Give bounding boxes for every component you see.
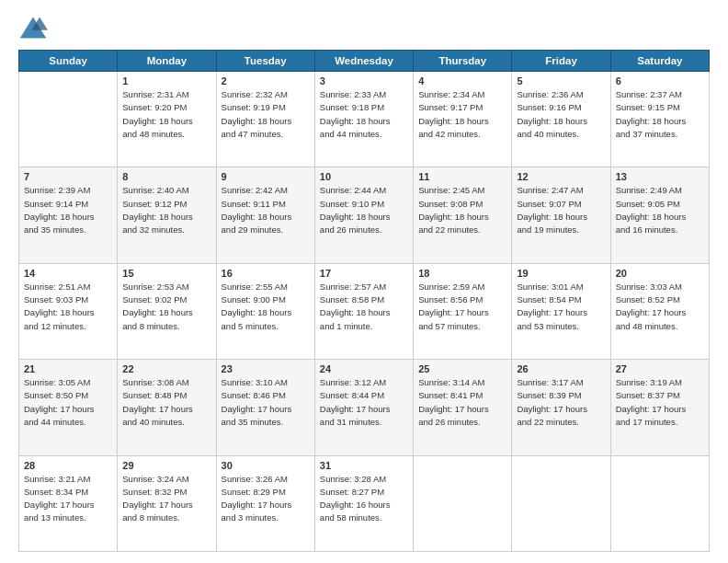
day-number: 22 — [122, 363, 210, 374]
logo-icon — [18, 15, 48, 40]
day-info: Sunrise: 3:08 AM Sunset: 8:48 PM Dayligh… — [122, 376, 210, 429]
day-number: 25 — [418, 363, 506, 374]
page: SundayMondayTuesdayWednesdayThursdayFrid… — [0, 0, 728, 563]
day-info: Sunrise: 3:10 AM Sunset: 8:46 PM Dayligh… — [222, 376, 310, 429]
day-number: 9 — [222, 171, 310, 182]
calendar-cell: 18Sunrise: 2:59 AM Sunset: 8:56 PM Dayli… — [414, 263, 512, 359]
calendar-cell: 13Sunrise: 2:49 AM Sunset: 9:05 PM Dayli… — [610, 167, 709, 263]
header-day-tuesday: Tuesday — [216, 51, 314, 72]
day-info: Sunrise: 3:01 AM Sunset: 8:54 PM Dayligh… — [517, 281, 605, 333]
calendar-cell: 25Sunrise: 3:14 AM Sunset: 8:41 PM Dayli… — [414, 360, 512, 455]
day-info: Sunrise: 3:05 AM Sunset: 8:50 PM Dayligh… — [24, 376, 112, 429]
header — [18, 15, 710, 40]
calendar-cell: 16Sunrise: 2:55 AM Sunset: 9:00 PM Dayli… — [216, 263, 314, 359]
calendar-week-2: 7Sunrise: 2:39 AM Sunset: 9:14 PM Daylig… — [19, 167, 710, 263]
day-number: 17 — [320, 268, 408, 279]
day-number: 19 — [517, 268, 605, 279]
calendar-week-4: 21Sunrise: 3:05 AM Sunset: 8:50 PM Dayli… — [19, 360, 710, 455]
day-info: Sunrise: 2:32 AM Sunset: 9:19 PM Dayligh… — [222, 88, 310, 141]
day-number: 30 — [222, 460, 310, 471]
day-info: Sunrise: 3:21 AM Sunset: 8:34 PM Dayligh… — [24, 473, 112, 525]
day-number: 24 — [320, 363, 408, 374]
calendar-cell: 8Sunrise: 2:40 AM Sunset: 9:12 PM Daylig… — [118, 167, 216, 263]
day-number: 20 — [616, 268, 704, 279]
day-info: Sunrise: 3:12 AM Sunset: 8:44 PM Dayligh… — [320, 376, 408, 429]
header-day-monday: Monday — [118, 51, 216, 72]
calendar-cell — [19, 72, 118, 167]
calendar-cell — [610, 455, 709, 551]
day-number: 31 — [320, 460, 408, 471]
day-number: 21 — [24, 363, 112, 374]
calendar-cell: 17Sunrise: 2:57 AM Sunset: 8:58 PM Dayli… — [314, 263, 413, 359]
calendar-cell — [414, 455, 512, 551]
day-info: Sunrise: 2:31 AM Sunset: 9:20 PM Dayligh… — [122, 88, 210, 141]
calendar-cell: 19Sunrise: 3:01 AM Sunset: 8:54 PM Dayli… — [512, 263, 610, 359]
day-info: Sunrise: 3:24 AM Sunset: 8:32 PM Dayligh… — [122, 473, 210, 525]
calendar-week-1: 1Sunrise: 2:31 AM Sunset: 9:20 PM Daylig… — [19, 72, 710, 167]
header-day-saturday: Saturday — [610, 51, 709, 72]
day-info: Sunrise: 2:37 AM Sunset: 9:15 PM Dayligh… — [616, 88, 704, 141]
day-info: Sunrise: 2:33 AM Sunset: 9:18 PM Dayligh… — [320, 88, 408, 141]
calendar-cell: 11Sunrise: 2:45 AM Sunset: 9:08 PM Dayli… — [414, 167, 512, 263]
day-info: Sunrise: 3:26 AM Sunset: 8:29 PM Dayligh… — [222, 473, 310, 525]
calendar-cell: 15Sunrise: 2:53 AM Sunset: 9:02 PM Dayli… — [118, 263, 216, 359]
day-number: 6 — [616, 75, 704, 86]
day-number: 18 — [418, 268, 506, 279]
header-day-sunday: Sunday — [19, 51, 118, 72]
day-number: 15 — [122, 268, 210, 279]
day-number: 27 — [616, 363, 704, 374]
day-number: 4 — [418, 75, 506, 86]
day-number: 11 — [418, 171, 506, 182]
day-info: Sunrise: 2:55 AM Sunset: 9:00 PM Dayligh… — [222, 281, 310, 333]
day-number: 2 — [222, 75, 310, 86]
calendar-cell: 20Sunrise: 3:03 AM Sunset: 8:52 PM Dayli… — [610, 263, 709, 359]
day-info: Sunrise: 3:14 AM Sunset: 8:41 PM Dayligh… — [418, 376, 506, 429]
calendar-week-3: 14Sunrise: 2:51 AM Sunset: 9:03 PM Dayli… — [19, 263, 710, 359]
day-number: 1 — [122, 75, 210, 86]
calendar-cell: 30Sunrise: 3:26 AM Sunset: 8:29 PM Dayli… — [216, 455, 314, 551]
day-number: 28 — [24, 460, 112, 471]
day-info: Sunrise: 2:34 AM Sunset: 9:17 PM Dayligh… — [418, 88, 506, 141]
day-info: Sunrise: 2:44 AM Sunset: 9:10 PM Dayligh… — [320, 184, 408, 236]
calendar-cell: 6Sunrise: 2:37 AM Sunset: 9:15 PM Daylig… — [610, 72, 709, 167]
calendar-cell: 14Sunrise: 2:51 AM Sunset: 9:03 PM Dayli… — [19, 263, 118, 359]
day-info: Sunrise: 3:17 AM Sunset: 8:39 PM Dayligh… — [517, 376, 605, 429]
day-info: Sunrise: 2:59 AM Sunset: 8:56 PM Dayligh… — [418, 281, 506, 333]
day-info: Sunrise: 2:39 AM Sunset: 9:14 PM Dayligh… — [24, 184, 112, 236]
day-info: Sunrise: 2:57 AM Sunset: 8:58 PM Dayligh… — [320, 281, 408, 333]
calendar-cell: 7Sunrise: 2:39 AM Sunset: 9:14 PM Daylig… — [19, 167, 118, 263]
day-info: Sunrise: 3:03 AM Sunset: 8:52 PM Dayligh… — [616, 281, 704, 333]
day-number: 3 — [320, 75, 408, 86]
calendar-cell: 3Sunrise: 2:33 AM Sunset: 9:18 PM Daylig… — [314, 72, 413, 167]
day-info: Sunrise: 2:40 AM Sunset: 9:12 PM Dayligh… — [122, 184, 210, 236]
day-info: Sunrise: 3:19 AM Sunset: 8:37 PM Dayligh… — [616, 376, 704, 429]
calendar-cell: 1Sunrise: 2:31 AM Sunset: 9:20 PM Daylig… — [118, 72, 216, 167]
day-info: Sunrise: 2:53 AM Sunset: 9:02 PM Dayligh… — [122, 281, 210, 333]
calendar-cell: 21Sunrise: 3:05 AM Sunset: 8:50 PM Dayli… — [19, 360, 118, 455]
day-info: Sunrise: 2:51 AM Sunset: 9:03 PM Dayligh… — [24, 281, 112, 333]
header-day-friday: Friday — [512, 51, 610, 72]
calendar-cell: 23Sunrise: 3:10 AM Sunset: 8:46 PM Dayli… — [216, 360, 314, 455]
day-info: Sunrise: 2:45 AM Sunset: 9:08 PM Dayligh… — [418, 184, 506, 236]
header-day-wednesday: Wednesday — [314, 51, 413, 72]
calendar-cell: 27Sunrise: 3:19 AM Sunset: 8:37 PM Dayli… — [610, 360, 709, 455]
calendar-cell: 22Sunrise: 3:08 AM Sunset: 8:48 PM Dayli… — [118, 360, 216, 455]
day-number: 23 — [222, 363, 310, 374]
day-number: 7 — [24, 171, 112, 182]
calendar-cell: 9Sunrise: 2:42 AM Sunset: 9:11 PM Daylig… — [216, 167, 314, 263]
day-number: 26 — [517, 363, 605, 374]
calendar-header-row: SundayMondayTuesdayWednesdayThursdayFrid… — [19, 51, 710, 72]
calendar-cell: 26Sunrise: 3:17 AM Sunset: 8:39 PM Dayli… — [512, 360, 610, 455]
calendar-cell: 10Sunrise: 2:44 AM Sunset: 9:10 PM Dayli… — [314, 167, 413, 263]
day-info: Sunrise: 2:42 AM Sunset: 9:11 PM Dayligh… — [222, 184, 310, 236]
calendar-cell: 5Sunrise: 2:36 AM Sunset: 9:16 PM Daylig… — [512, 72, 610, 167]
day-number: 16 — [222, 268, 310, 279]
calendar-cell: 4Sunrise: 2:34 AM Sunset: 9:17 PM Daylig… — [414, 72, 512, 167]
calendar-cell: 12Sunrise: 2:47 AM Sunset: 9:07 PM Dayli… — [512, 167, 610, 263]
day-number: 5 — [517, 75, 605, 86]
calendar-cell — [512, 455, 610, 551]
day-number: 10 — [320, 171, 408, 182]
calendar-cell: 29Sunrise: 3:24 AM Sunset: 8:32 PM Dayli… — [118, 455, 216, 551]
header-day-thursday: Thursday — [414, 51, 512, 72]
calendar-cell: 24Sunrise: 3:12 AM Sunset: 8:44 PM Dayli… — [314, 360, 413, 455]
